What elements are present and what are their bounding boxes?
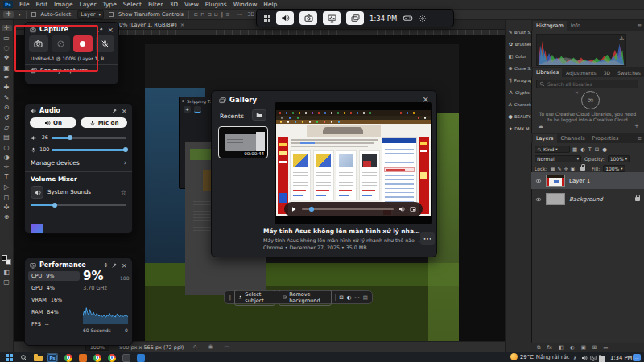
- gallery-widget-toggle-button[interactable]: [346, 11, 364, 25]
- show-transform-checkbox[interactable]: [109, 12, 114, 17]
- layer-visibility-icon[interactable]: [535, 196, 542, 203]
- tab-histogram[interactable]: Histogram: [533, 21, 567, 31]
- taskbar-app-blue[interactable]: [135, 353, 147, 362]
- menu-layer[interactable]: Layer: [80, 1, 97, 8]
- pin-icon[interactable]: [97, 27, 104, 33]
- adjustments-icon[interactable]: ◐: [347, 294, 352, 301]
- metric-vram[interactable]: VRAM16%: [28, 295, 65, 305]
- move-tool-icon[interactable]: ✛: [3, 11, 14, 18]
- video-preview[interactable]: [275, 102, 432, 224]
- menu-type[interactable]: Type: [103, 1, 117, 8]
- adjustment-layer-icon[interactable]: ◐: [570, 344, 575, 351]
- tab-layers[interactable]: Layers: [533, 134, 557, 143]
- dock-character[interactable]: ACharacter: [506, 99, 531, 109]
- link-layers-icon[interactable]: ⧉: [537, 344, 541, 351]
- tab-channels[interactable]: Channels: [558, 134, 588, 143]
- close-icon[interactable]: ×: [121, 262, 127, 269]
- picture-in-picture-icon[interactable]: [410, 206, 416, 212]
- layer-group-icon[interactable]: ▣: [581, 344, 586, 351]
- metric-ram[interactable]: RAM84%: [28, 307, 62, 317]
- tool-eraser[interactable]: ▱: [2, 125, 12, 131]
- layer-filter-icons[interactable]: ▦◐T⊡●: [572, 146, 610, 153]
- tool-eyedropper[interactable]: ✒: [2, 75, 12, 81]
- tool-shape[interactable]: ◻: [2, 195, 12, 201]
- tool-path-select[interactable]: ▷: [2, 184, 12, 191]
- menu-3d[interactable]: 3D: [169, 1, 178, 8]
- tool-healing[interactable]: ✚: [2, 84, 12, 91]
- menu-plugins[interactable]: Plugins: [205, 1, 227, 8]
- select-subject-button[interactable]: Select subject: [234, 290, 275, 306]
- libraries-search-input[interactable]: [547, 81, 628, 87]
- menu-help[interactable]: Help: [263, 1, 277, 8]
- mic-on-toggle[interactable]: Mic on: [80, 117, 127, 128]
- histogram-warning-icon[interactable]: ⚠: [619, 35, 624, 42]
- close-icon[interactable]: ×: [107, 27, 114, 33]
- quick-mask-icon[interactable]: ◧: [2, 269, 12, 276]
- tray-volume-icon[interactable]: [581, 355, 588, 361]
- more-icon[interactable]: ⋯: [354, 294, 360, 301]
- star-icon[interactable]: ☆: [121, 189, 126, 196]
- taskbar-chrome-1[interactable]: [63, 353, 74, 362]
- opacity-dropdown[interactable]: 100%▾: [608, 155, 630, 162]
- taskbar-chrome-3[interactable]: [106, 353, 118, 362]
- dock-brushes[interactable]: ✿Brushes: [506, 39, 531, 49]
- tab-properties[interactable]: Properties: [589, 134, 622, 143]
- tool-blur[interactable]: ○: [2, 145, 12, 151]
- menu-file[interactable]: File: [19, 1, 30, 8]
- start-button[interactable]: [3, 353, 14, 362]
- seek-handle[interactable]: [309, 207, 314, 212]
- cc-sync-icon[interactable]: ☁: [538, 123, 543, 130]
- more-options-icon[interactable]: ⋯: [237, 11, 243, 18]
- tool-gradient[interactable]: ▤: [2, 134, 12, 141]
- tool-marquee[interactable]: ▭: [2, 35, 12, 42]
- mic-muted-button[interactable]: [96, 35, 115, 52]
- tool-hand[interactable]: ✣: [2, 204, 12, 211]
- transform-icon[interactable]: ⊡: [339, 294, 343, 301]
- dock-beauty-plugin[interactable]: ●BEAUTY...: [506, 111, 531, 121]
- panel-menu-icon[interactable]: ≡: [637, 135, 642, 142]
- tab-libraries[interactable]: Libraries: [533, 68, 562, 77]
- layer-filter-dropdown[interactable]: Kind▾: [535, 146, 570, 153]
- metric-fps[interactable]: FPS--: [28, 319, 52, 329]
- tool-preset-caret-icon[interactable]: ▾: [19, 12, 21, 17]
- performance-widget-toggle-button[interactable]: [323, 11, 341, 25]
- menu-select[interactable]: Select: [123, 1, 142, 8]
- tool-dodge[interactable]: ◑: [2, 154, 12, 161]
- menu-window[interactable]: Window: [233, 1, 258, 8]
- auto-select-mode-dropdown[interactable]: Layer▾: [77, 10, 104, 19]
- taskbar-file-explorer[interactable]: [32, 353, 43, 362]
- tab-swatches[interactable]: Swatches: [614, 68, 644, 77]
- tab-adjustments[interactable]: Adjustments: [563, 68, 600, 77]
- metric-gpu[interactable]: GPU4%: [28, 283, 58, 293]
- color-swatches[interactable]: [2, 255, 11, 265]
- layer-row-background[interactable]: Background: [531, 191, 644, 208]
- tool-quick-select[interactable]: ❖: [2, 55, 12, 61]
- background-name[interactable]: Background: [569, 196, 603, 203]
- blend-mode-dropdown[interactable]: Normal▾: [535, 155, 581, 162]
- tool-crop[interactable]: ▣: [2, 65, 12, 72]
- open-folder-button[interactable]: [252, 109, 266, 121]
- layer-visibility-icon[interactable]: [535, 178, 542, 184]
- taskbar-app-orange[interactable]: [77, 353, 89, 362]
- new-layer-icon[interactable]: ⊞: [592, 344, 597, 351]
- properties-icon[interactable]: ▤: [363, 294, 368, 301]
- taskbar-weather[interactable]: 29°C Nắng rải rác: [510, 353, 570, 360]
- tab-info[interactable]: Info: [568, 21, 584, 31]
- video-title[interactable]: Máy tính Asus không lên màn hình xử lý n…: [263, 228, 423, 235]
- lock-icons[interactable]: ▦✎✛▣: [551, 166, 577, 171]
- menu-view[interactable]: View: [184, 1, 199, 8]
- status-chevron-icon[interactable]: ›: [180, 343, 183, 350]
- remove-background-button[interactable]: Remove background: [279, 290, 332, 306]
- sort-icon[interactable]: ↕: [104, 262, 109, 269]
- tray-chevron-icon[interactable]: ∧: [573, 355, 576, 360]
- layer-effects-icon[interactable]: fx: [547, 344, 552, 351]
- tab-close-icon[interactable]: ×: [180, 22, 184, 28]
- dock-dmx-plugin[interactable]: ✦DMX M...: [506, 123, 531, 134]
- tab-3d[interactable]: 3D: [601, 68, 613, 77]
- system-sounds-slider[interactable]: [31, 204, 126, 206]
- volume-icon[interactable]: [398, 206, 405, 212]
- dock-glyphs[interactable]: AGlyphs: [506, 87, 531, 97]
- taskbar-app-gray[interactable]: [121, 353, 132, 362]
- play-button[interactable]: [291, 206, 297, 212]
- gamebar-settings-button[interactable]: [419, 14, 427, 23]
